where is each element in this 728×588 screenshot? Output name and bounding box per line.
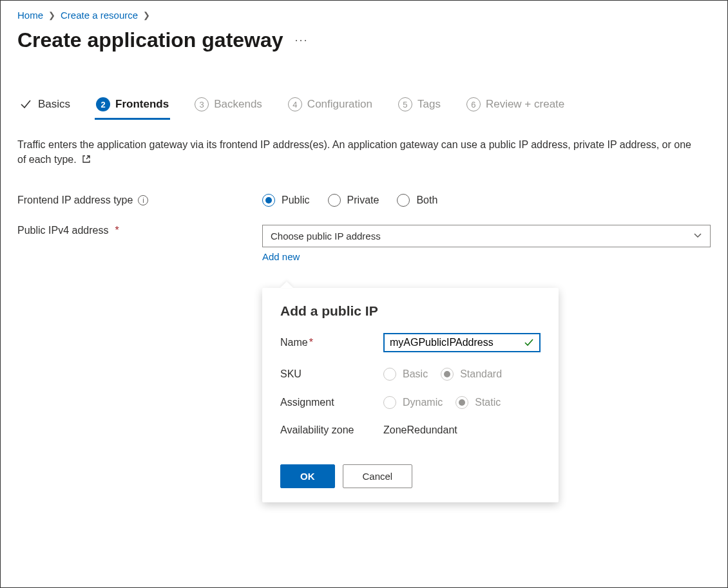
tab-frontends[interactable]: 2 Frontends [95, 93, 170, 119]
tab-configuration[interactable]: 4 Configuration [287, 93, 374, 119]
radio-assignment-static: Static [455, 396, 501, 409]
frontend-ip-type-radio-group: Public Private Both [262, 194, 711, 207]
label-text: Frontend IP address type [17, 194, 133, 206]
cancel-button[interactable]: Cancel [343, 464, 413, 488]
step-number-3-icon: 3 [195, 97, 209, 111]
tab-frontends-label: Frontends [115, 98, 169, 111]
step-number-5-icon: 5 [398, 97, 412, 111]
step-number-4-icon: 4 [288, 97, 302, 111]
tab-tags[interactable]: 5 Tags [397, 93, 442, 119]
radio-public-label: Public [282, 194, 310, 206]
popover-name-label: Name* [280, 337, 383, 348]
public-ipv4-label: Public IPv4 address* [17, 225, 262, 236]
tab-configuration-label: Configuration [307, 98, 372, 111]
radio-icon [397, 194, 410, 207]
radio-icon [441, 368, 454, 381]
frontend-ip-type-row: Frontend IP address type i Public Privat… [17, 194, 711, 207]
wizard-tabs: Basics 2 Frontends 3 Backends 4 Configur… [17, 93, 711, 119]
frontends-description: Traffic enters the application gateway v… [17, 137, 700, 168]
more-actions-icon[interactable]: ··· [295, 33, 309, 47]
ok-button[interactable]: OK [280, 464, 335, 488]
assignment-radio-group: Dynamic Static [383, 396, 541, 409]
add-new-link[interactable]: Add new [262, 251, 300, 262]
tab-tags-label: Tags [417, 98, 441, 111]
popover-sku-row: SKU Basic Standard [280, 368, 541, 381]
checkmark-icon [19, 97, 33, 111]
breadcrumb-create-resource[interactable]: Create a resource [61, 10, 138, 21]
popover-assignment-row: Assignment Dynamic Static [280, 396, 541, 409]
radio-assignment-dynamic: Dynamic [383, 396, 443, 409]
step-number-6-icon: 6 [466, 97, 481, 111]
chevron-down-icon [693, 231, 702, 242]
dropdown-placeholder: Choose public IP address [271, 231, 381, 242]
add-public-ip-popover: Add a public IP Name* SKU Basic [262, 288, 559, 502]
radio-both-label: Both [416, 194, 437, 206]
public-ip-dropdown[interactable]: Choose public IP address [262, 225, 711, 247]
info-icon[interactable]: i [138, 195, 148, 205]
tab-basics-label: Basics [38, 98, 70, 111]
chevron-right-icon: ❯ [143, 10, 150, 20]
step-number-2-icon: 2 [96, 97, 110, 111]
popover-name-row: Name* [280, 333, 541, 352]
radio-icon [455, 396, 468, 409]
page-title-row: Create application gateway ··· [17, 28, 711, 52]
radio-sku-standard: Standard [441, 368, 502, 381]
radio-label: Standard [460, 368, 502, 380]
radio-public[interactable]: Public [262, 194, 310, 207]
valid-check-icon [524, 337, 534, 348]
radio-sku-basic: Basic [383, 368, 428, 381]
tab-review-label: Review + create [486, 98, 564, 111]
sku-radio-group: Basic Standard [383, 368, 541, 381]
radio-icon [328, 194, 341, 207]
availability-zone-value: ZoneRedundant [383, 424, 457, 435]
radio-icon [383, 368, 396, 381]
required-asterisk: * [115, 225, 119, 236]
tab-backends[interactable]: 3 Backends [193, 93, 263, 119]
breadcrumb: Home ❯ Create a resource ❯ [17, 10, 711, 21]
tab-basics[interactable]: Basics [17, 93, 72, 119]
tab-backends-label: Backends [214, 98, 262, 111]
radio-icon [262, 194, 275, 207]
tab-review-create[interactable]: 6 Review + create [465, 93, 566, 119]
popover-availability-label: Availability zone [280, 424, 383, 436]
radio-private[interactable]: Private [328, 194, 379, 207]
public-ipv4-row: Public IPv4 address* Choose public IP ad… [17, 225, 711, 262]
radio-label: Dynamic [403, 397, 443, 408]
popover-sku-label: SKU [280, 368, 383, 380]
popover-assignment-label: Assignment [280, 397, 383, 408]
radio-label: Static [475, 397, 501, 408]
description-text: Traffic enters the application gateway v… [17, 139, 691, 165]
page-title: Create application gateway [17, 28, 283, 52]
public-ip-name-input[interactable] [390, 337, 520, 348]
external-link-icon[interactable] [82, 153, 91, 167]
radio-both[interactable]: Both [397, 194, 437, 207]
label-text: Name [280, 337, 308, 348]
radio-icon [383, 396, 396, 409]
radio-private-label: Private [347, 194, 379, 206]
required-asterisk: * [309, 337, 313, 348]
label-text: Public IPv4 address [17, 225, 108, 236]
popover-button-row: OK Cancel [280, 464, 541, 488]
chevron-right-icon: ❯ [48, 10, 55, 20]
breadcrumb-home[interactable]: Home [17, 10, 43, 21]
popover-title: Add a public IP [280, 303, 541, 319]
popover-availability-row: Availability zone ZoneRedundant [280, 424, 541, 436]
name-input-wrapper [383, 333, 541, 352]
radio-label: Basic [403, 368, 428, 380]
frontend-ip-type-label: Frontend IP address type i [17, 194, 262, 206]
